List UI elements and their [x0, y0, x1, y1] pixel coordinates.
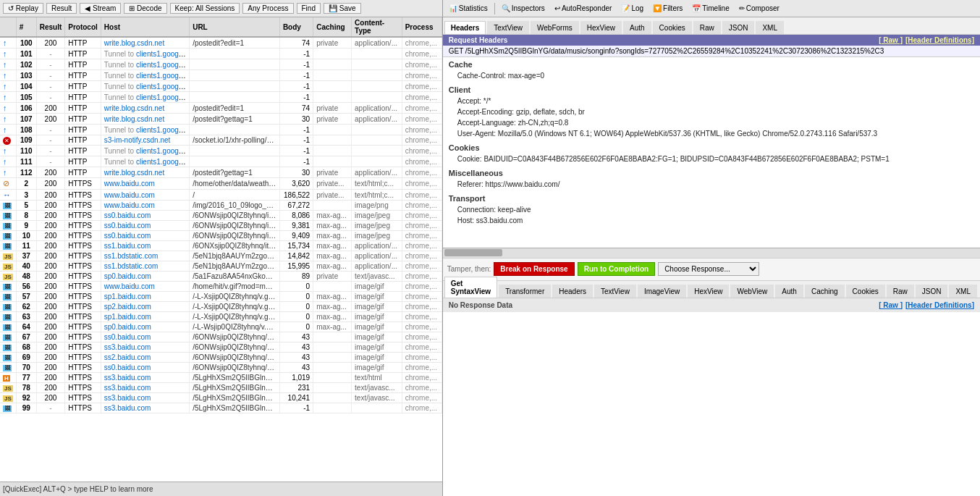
table-row[interactable]: 🖼 10 200 HTTPS ss0.baidu.com /6ONWsjip0Q…: [0, 231, 442, 241]
resp-tab-transformer[interactable]: Transformer: [499, 285, 551, 298]
table-row[interactable]: ↑ 105 - HTTP Tunnel to clients1.google.c…: [0, 92, 442, 103]
resp-tab-hexview[interactable]: HexView: [688, 285, 729, 298]
tab-textview[interactable]: TextView: [487, 21, 529, 34]
table-row[interactable]: 🖼 57 200 HTTPS sp1.baidu.com /-L-Xsjip0Q…: [0, 292, 442, 302]
resp-tab-json[interactable]: JSON: [916, 285, 948, 298]
table-row[interactable]: H 77 200 HTTPS ss3.baidu.com /5LgHhXSm2Q…: [0, 373, 442, 383]
table-row[interactable]: 🖼 62 200 HTTPS sp2.baidu.com /-L-Xsjip0Q…: [0, 302, 442, 312]
row-process: chrome,...: [402, 383, 442, 393]
choose-response-select[interactable]: Choose Response...: [658, 262, 759, 276]
process-btn[interactable]: Any Process: [242, 3, 293, 14]
table-row[interactable]: ↑ 110 - HTTP Tunnel to clients1.google.c…: [0, 146, 442, 156]
row-icon: ↑: [0, 49, 16, 59]
resp-tab-xml[interactable]: XML: [949, 285, 977, 298]
result-btn[interactable]: Result: [46, 3, 77, 14]
table-row[interactable]: 🖼 56 200 HTTPS www.baidu.com /home/hit/v…: [0, 282, 442, 292]
replay-btn[interactable]: ↺ Replay: [3, 3, 43, 14]
table-row[interactable]: ↑ 112 200 HTTP write.blog.csdn.net /post…: [0, 167, 442, 178]
run-to-completion-btn[interactable]: Run to Completion: [578, 262, 655, 276]
tab-raw[interactable]: Raw: [693, 21, 721, 34]
log-btn[interactable]: 📝 Log: [617, 3, 648, 14]
row-caching: private: [313, 114, 352, 125]
table-row[interactable]: 🖼 68 200 HTTPS ss3.baidu.com /6ONWsjip0Q…: [0, 342, 442, 353]
row-url: [190, 146, 280, 156]
decode-btn[interactable]: ⊞ Decode: [124, 3, 166, 14]
row-host: ss0.baidu.com: [101, 211, 189, 221]
table-row[interactable]: 🖼 64 200 HTTPS sp0.baidu.com /-L-Wsjip0Q…: [0, 322, 442, 332]
table-row[interactable]: ✕ 109 - HTTP s3-im-notify.csdn.net /sock…: [0, 135, 442, 146]
table-row[interactable]: ↑ 103 - HTTP Tunnel to clients1.google.c…: [0, 70, 442, 81]
raw-link[interactable]: [ Raw ]: [879, 36, 903, 44]
table-row[interactable]: ↑ 107 200 HTTP write.blog.csdn.net /post…: [0, 114, 442, 125]
horizontal-scrollbar[interactable]: [443, 248, 980, 258]
table-row[interactable]: JS 40 200 HTTPS ss1.bdstatic.com /5eN1bj…: [0, 261, 442, 272]
table-row[interactable]: 🖼 8 200 HTTPS ss0.baidu.com /6ONWsjip0QI…: [0, 211, 442, 221]
header-group-title: Client: [449, 85, 974, 94]
resp-tab-textview[interactable]: TextView: [594, 285, 636, 298]
sessions-table-container[interactable]: # Result Protocol Host URL Body Caching …: [0, 17, 442, 482]
resp-tab-caching[interactable]: Caching: [805, 285, 845, 298]
table-row[interactable]: 🖼 99 - HTTPS ss3.baidu.com /5LgHhXSm2Q5I…: [0, 403, 442, 413]
row-url: /5LgHhXSm2Q5IIBGlnYG/d...: [190, 373, 280, 383]
table-row[interactable]: JS 48 200 HTTPS sp0.baidu.com /5a1Fazu8A…: [0, 272, 442, 282]
tab-auth[interactable]: Auth: [623, 21, 651, 34]
tab-json[interactable]: JSON: [722, 21, 755, 34]
table-row[interactable]: 🖼 11 200 HTTPS ss1.baidu.com /6ONXsjip0Q…: [0, 241, 442, 251]
composer-btn[interactable]: ✏ Composer: [735, 3, 784, 14]
tab-webforms[interactable]: WebForms: [531, 21, 579, 34]
table-row[interactable]: ↑ 108 - HTTP Tunnel to clients1.google.c…: [0, 125, 442, 135]
table-row[interactable]: ⊘ 2 200 HTTPS www.baidu.com /home/other/…: [0, 178, 442, 190]
table-row[interactable]: JS 37 200 HTTPS ss1.bdstatic.com /5eN1bj…: [0, 251, 442, 261]
table-row[interactable]: ↑ 102 - HTTP Tunnel to clients1.google.c…: [0, 59, 442, 70]
resp-tab-headers[interactable]: Headers: [552, 285, 593, 298]
keep-btn[interactable]: Keep: All Sessions: [170, 3, 240, 14]
resp-tab-raw[interactable]: Raw: [887, 285, 914, 298]
row-process: chrome,...: [402, 251, 442, 261]
tab-hexview[interactable]: HexView: [580, 21, 622, 34]
table-row[interactable]: ↑ 106 200 HTTP write.blog.csdn.net /post…: [0, 103, 442, 114]
row-url: [190, 49, 280, 59]
header-def-link[interactable]: [Header Definitions]: [905, 36, 974, 44]
table-row[interactable]: 🖼 69 200 HTTPS ss2.baidu.com /6ONWsjip0Q…: [0, 353, 442, 363]
table-row[interactable]: ↑ 101 - HTTP Tunnel to clients1.google.c…: [0, 49, 442, 59]
tab-headers[interactable]: Headers: [444, 21, 486, 34]
table-row[interactable]: JS 78 200 HTTPS ss3.baidu.com /5LgHhXSm2…: [0, 383, 442, 393]
table-row[interactable]: 🖼 67 200 HTTPS ss0.baidu.com /6ONWsjip0Q…: [0, 332, 442, 342]
table-row[interactable]: ↑ 111 - HTTP Tunnel to clients1.google.c…: [0, 156, 442, 167]
table-row[interactable]: 🖼 9 200 HTTPS ss0.baidu.com /6ONWsjip0QI…: [0, 221, 442, 231]
headers-content[interactable]: CacheCache-Control: max-age=0ClientAccep…: [443, 57, 980, 248]
scroll-thumb[interactable]: [444, 249, 502, 256]
row-protocol: HTTPS: [65, 178, 101, 190]
resp-tab-auth[interactable]: Auth: [775, 285, 803, 298]
row-caching: [313, 393, 352, 403]
resp-header-def-link[interactable]: [Header Definitions]: [905, 301, 974, 309]
tab-cookies[interactable]: Cookies: [653, 21, 692, 34]
save-btn[interactable]: 💾 Save: [324, 3, 361, 14]
resp-tab-cookies[interactable]: Cookies: [846, 285, 885, 298]
stream-btn[interactable]: ◀ Stream: [80, 3, 121, 14]
row-host: www.baidu.com: [101, 190, 189, 201]
table-row[interactable]: 🖼 5 200 HTTPS www.baidu.com /img/2016_10…: [0, 201, 442, 211]
resp-tab-imageview[interactable]: ImageView: [638, 285, 686, 298]
timeline-btn[interactable]: 📅 Timeline: [688, 3, 733, 14]
table-row[interactable]: 🖼 70 200 HTTPS ss0.baidu.com /6ONWsjip0Q…: [0, 363, 442, 373]
table-row[interactable]: JS 92 200 HTTPS ss3.baidu.com /5LgHhXSm2…: [0, 393, 442, 403]
table-row[interactable]: ↑ 104 - HTTP Tunnel to clients1.google.c…: [0, 81, 442, 92]
row-icon: 🖼: [0, 241, 16, 251]
tab-xml[interactable]: XML: [756, 21, 784, 34]
table-row[interactable]: 🖼 63 200 HTTPS sp1.baidu.com /-L-Xsjip0Q…: [0, 312, 442, 322]
filters-btn[interactable]: 🔽 Filters: [649, 3, 687, 14]
resp-tab-syntax[interactable]: Get SyntaxView: [444, 277, 497, 298]
inspectors-btn[interactable]: 🔍 Inspectors: [497, 3, 549, 14]
resp-raw-link[interactable]: [ Raw ]: [879, 301, 903, 309]
statistics-btn[interactable]: 📊 Statistics: [444, 3, 492, 14]
row-protocol: HTTPS: [65, 302, 101, 312]
autoresponder-btn[interactable]: ↩ AutoResponder: [550, 3, 617, 14]
find-btn[interactable]: Find: [297, 3, 321, 14]
break-on-response-btn[interactable]: Break on Response: [494, 262, 574, 276]
resp-tab-webview[interactable]: WebView: [730, 285, 774, 298]
table-row[interactable]: ↔ 3 200 HTTPS www.baidu.com / 186,522 pr…: [0, 190, 442, 201]
row-url: /6ONWsjip0QIZ8tyhnq/ps...: [190, 353, 280, 363]
row-result: 200: [36, 353, 65, 363]
table-row[interactable]: ↑ 100 200 HTTP write.blog.csdn.net /post…: [0, 37, 442, 49]
